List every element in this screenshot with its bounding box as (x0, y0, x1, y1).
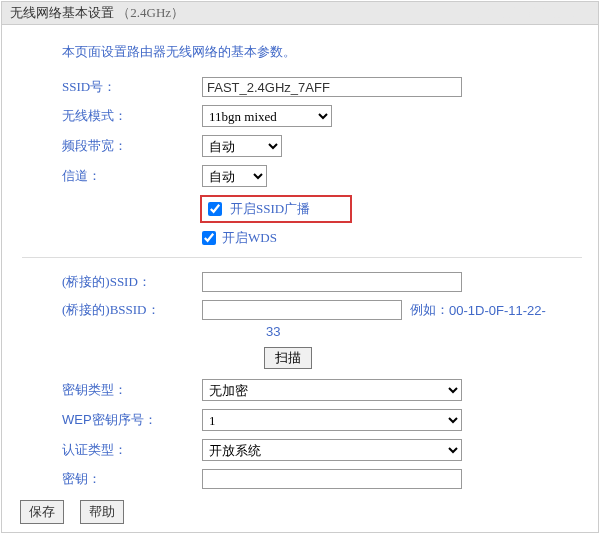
mode-label: 无线模式： (62, 107, 202, 125)
bridge-bssid-label: (桥接的)BSSID： (62, 301, 202, 319)
bridge-bssid-input[interactable] (202, 300, 402, 320)
bssid-hint-continuation: 33 (266, 324, 588, 339)
ssid-input[interactable] (202, 77, 462, 97)
intro-text: 本页面设置路由器无线网络的基本参数。 (62, 43, 588, 61)
panel-title: 无线网络基本设置 (10, 5, 114, 20)
scan-button[interactable]: 扫描 (264, 347, 312, 369)
key-input[interactable] (202, 469, 462, 489)
band-select[interactable]: 自动 (202, 135, 282, 157)
auth-type-label: 认证类型： (62, 441, 202, 459)
key-type-select[interactable]: 无加密 (202, 379, 462, 401)
ssid-broadcast-highlight: 开启SSID广播 (200, 195, 352, 223)
panel-header: 无线网络基本设置 （2.4GHz） (2, 2, 598, 25)
wds-checkbox[interactable] (202, 231, 216, 245)
ssid-broadcast-label: 开启SSID广播 (230, 200, 310, 218)
ssid-broadcast-checkbox[interactable] (208, 202, 222, 216)
help-button[interactable]: 帮助 (80, 500, 124, 524)
save-button[interactable]: 保存 (20, 500, 64, 524)
band-label: 频段带宽： (62, 137, 202, 155)
wds-label: 开启WDS (222, 229, 277, 247)
panel-frequency: （2.4GHz） (117, 5, 184, 20)
channel-select[interactable]: 自动 (202, 165, 267, 187)
mode-select[interactable]: 11bgn mixed (202, 105, 332, 127)
bssid-hint-value: 00-1D-0F-11-22- (449, 303, 546, 318)
wep-index-label: WEP密钥序号： (62, 411, 202, 429)
channel-label: 信道： (62, 167, 202, 185)
divider (22, 257, 582, 258)
key-type-label: 密钥类型： (62, 381, 202, 399)
auth-type-select[interactable]: 开放系统 (202, 439, 462, 461)
key-label: 密钥： (62, 470, 202, 488)
wep-index-select[interactable]: 1 (202, 409, 462, 431)
bridge-ssid-input[interactable] (202, 272, 462, 292)
bridge-ssid-label: (桥接的)SSID： (62, 273, 202, 291)
bssid-hint-prefix: 例如： (410, 301, 449, 319)
ssid-label: SSID号： (62, 78, 202, 96)
